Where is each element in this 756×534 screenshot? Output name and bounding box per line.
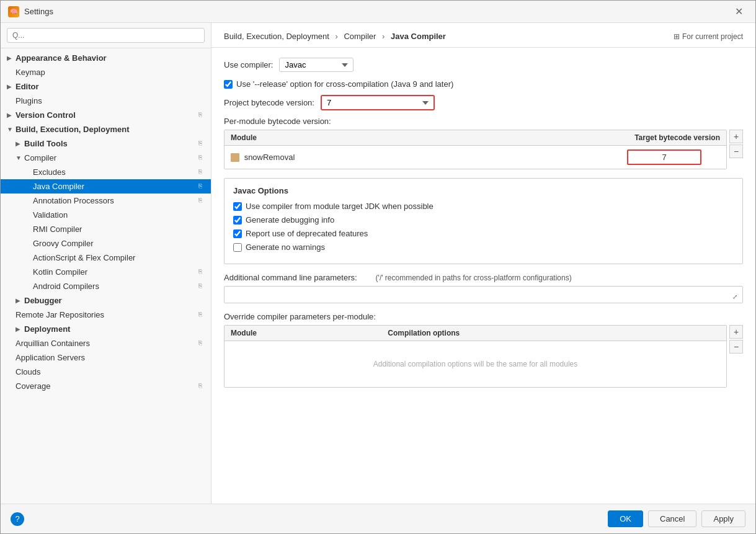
sidebar-item-annotation-processors[interactable]: Annotation Processors ⎘	[1, 194, 211, 208]
sidebar-item-coverage[interactable]: Coverage ⎘	[1, 379, 211, 393]
override-empty-row: Additional compilation options will be t…	[225, 341, 726, 388]
breadcrumb-part1: Build, Execution, Deployment	[224, 32, 329, 41]
override-options-col: Compilation options	[381, 326, 726, 341]
add-override-button[interactable]: +	[729, 325, 743, 339]
breadcrumb-part2: Compiler	[344, 32, 376, 41]
sidebar-item-editor[interactable]: ▶ Editor	[1, 79, 211, 94]
use-release-label: Use '--release' option for cross-compila…	[236, 79, 453, 89]
for-project-button[interactable]: ⊞ For current project	[674, 32, 743, 41]
javac-check-debugging: Generate debugging info	[233, 215, 734, 225]
sidebar-item-android-compilers[interactable]: Android Compilers ⎘	[1, 279, 211, 293]
settings-window: 🧠 Settings ✕ ▶ Appearance & Behavior Key…	[0, 0, 756, 534]
copy-icon: ⎘	[196, 268, 205, 277]
module-table-wrapper: Module Target bytecode version snowRemov…	[224, 130, 743, 178]
additional-params-label-text: Additional command line parameters:	[224, 273, 357, 282]
use-compiler-row: Use compiler: Javac Eclipse Ajc	[224, 58, 743, 72]
debugging-info-checkbox[interactable]	[233, 216, 242, 225]
sidebar-item-debugger[interactable]: ▶ Debugger	[1, 293, 211, 308]
arrow-icon: ▶	[16, 326, 24, 332]
target-col-header: Target bytecode version	[602, 130, 726, 146]
arrow-icon: ▶	[16, 297, 24, 304]
additional-params-label-row: Additional command line parameters: ('/'…	[224, 273, 743, 282]
sidebar-item-version-control[interactable]: ▶ Version Control ⎘	[1, 108, 211, 122]
add-module-button[interactable]: +	[729, 130, 743, 143]
override-table-wrapper: Module Compilation options Additional co…	[224, 325, 743, 388]
javac-check-no-warnings: Generate no warnings	[233, 243, 734, 252]
javac-section-title: Javac Options	[233, 186, 734, 195]
app-icon: 🧠	[8, 6, 19, 17]
module-table-actions: + −	[729, 130, 743, 159]
breadcrumb-sep1: ›	[335, 32, 337, 41]
copy-icon: ⎘	[196, 140, 205, 148]
sidebar-item-validation[interactable]: Validation	[1, 208, 211, 222]
arrow-icon: ▼	[7, 126, 16, 133]
project-bytecode-select[interactable]: 7 8 11 17	[322, 96, 434, 109]
params-input-wrapper: ⤢	[224, 286, 743, 303]
module-jdk-checkbox[interactable]	[233, 202, 242, 211]
use-release-row: Use '--release' option for cross-compila…	[224, 79, 743, 89]
sidebar-item-excludes[interactable]: Excludes ⎘	[1, 165, 211, 179]
help-button[interactable]: ?	[11, 512, 24, 526]
titlebar-left: 🧠 Settings	[8, 6, 53, 17]
sidebar-item-app-servers[interactable]: Application Servers	[1, 350, 211, 365]
sidebar: ▶ Appearance & Behavior Keymap ▶ Editor …	[1, 23, 211, 504]
copy-icon: ⎘	[196, 154, 205, 162]
sidebar-item-clouds[interactable]: Clouds	[1, 365, 211, 379]
additional-params-hint: ('/' recommended in paths for cross-plat…	[376, 274, 572, 282]
sidebar-item-deployment[interactable]: ▶ Deployment	[1, 322, 211, 336]
sidebar-item-compiler[interactable]: ▼ Compiler ⎘	[1, 151, 211, 165]
no-warnings-checkbox[interactable]	[233, 243, 242, 252]
footer: ? OK Cancel Apply	[1, 504, 755, 533]
arrow-icon: ▶	[16, 140, 24, 147]
project-bytecode-wrapper: 7 8 11 17	[321, 95, 435, 110]
sidebar-item-groovy-compiler[interactable]: Groovy Compiler	[1, 236, 211, 251]
remove-override-button[interactable]: −	[729, 340, 743, 354]
search-input[interactable]	[7, 28, 205, 43]
copy-icon: ⎘	[196, 339, 205, 348]
module-table: Module Target bytecode version snowRemov…	[225, 130, 726, 169]
project-bytecode-label: Project bytecode version:	[224, 98, 314, 107]
sidebar-item-java-compiler[interactable]: Java Compiler ⎘	[1, 179, 211, 194]
additional-params-section: Additional command line parameters: ('/'…	[224, 273, 743, 303]
arrow-icon: ▶	[7, 83, 16, 90]
arrow-icon: ▶	[7, 112, 16, 118]
main-panel: Build, Execution, Deployment › Compiler …	[211, 23, 755, 504]
override-module-col: Module	[225, 326, 381, 341]
sidebar-item-actionscript-compiler[interactable]: ActionScript & Flex Compiler	[1, 251, 211, 265]
main-content: Use compiler: Javac Eclipse Ajc Use '--r…	[211, 48, 755, 504]
close-button[interactable]: ✕	[730, 3, 748, 20]
override-table-outer: Module Compilation options Additional co…	[224, 325, 727, 388]
params-expand-button[interactable]: ⤢	[732, 293, 737, 300]
sidebar-item-arquillian[interactable]: Arquillian Containers ⎘	[1, 336, 211, 350]
sidebar-item-build-execution[interactable]: ▼ Build, Execution, Deployment	[1, 122, 211, 136]
apply-button[interactable]: Apply	[701, 510, 745, 527]
module-table-container-wrap: Module Target bytecode version snowRemov…	[224, 130, 727, 178]
target-bytecode-value: 7	[627, 149, 701, 165]
copy-icon: ⎘	[196, 382, 205, 391]
copy-icon: ⎘	[196, 182, 205, 191]
sidebar-item-rmi-compiler[interactable]: RMI Compiler	[1, 222, 211, 236]
override-table-actions: + −	[729, 325, 743, 355]
sidebar-item-keymap[interactable]: Keymap	[1, 65, 211, 79]
sidebar-item-remote-jar[interactable]: Remote Jar Repositories ⎘	[1, 308, 211, 322]
sidebar-tree: ▶ Appearance & Behavior Keymap ▶ Editor …	[1, 48, 211, 504]
titlebar: 🧠 Settings ✕	[1, 1, 755, 23]
deprecated-checkbox[interactable]	[233, 229, 242, 238]
table-row: snowRemoval 7	[225, 146, 726, 169]
copy-icon: ⎘	[196, 111, 205, 120]
sidebar-item-appearance[interactable]: ▶ Appearance & Behavior	[1, 51, 211, 65]
sidebar-item-build-tools[interactable]: ▶ Build Tools ⎘	[1, 136, 211, 151]
window-title: Settings	[24, 7, 53, 16]
remove-module-button[interactable]: −	[729, 145, 743, 158]
sidebar-item-plugins[interactable]: Plugins	[1, 94, 211, 108]
javac-check-module-jdk: Use compiler from module target JDK when…	[233, 202, 734, 211]
for-project-icon: ⊞	[674, 32, 680, 41]
cancel-button[interactable]: Cancel	[648, 510, 696, 527]
use-release-checkbox[interactable]	[224, 80, 233, 89]
ok-button[interactable]: OK	[608, 510, 643, 527]
sidebar-item-kotlin-compiler[interactable]: Kotlin Compiler ⎘	[1, 265, 211, 279]
for-project-label: For current project	[682, 32, 743, 41]
copy-icon: ⎘	[196, 197, 205, 205]
javac-check-deprecated: Report use of deprecated features	[233, 229, 734, 238]
compiler-select[interactable]: Javac Eclipse Ajc	[279, 58, 354, 72]
